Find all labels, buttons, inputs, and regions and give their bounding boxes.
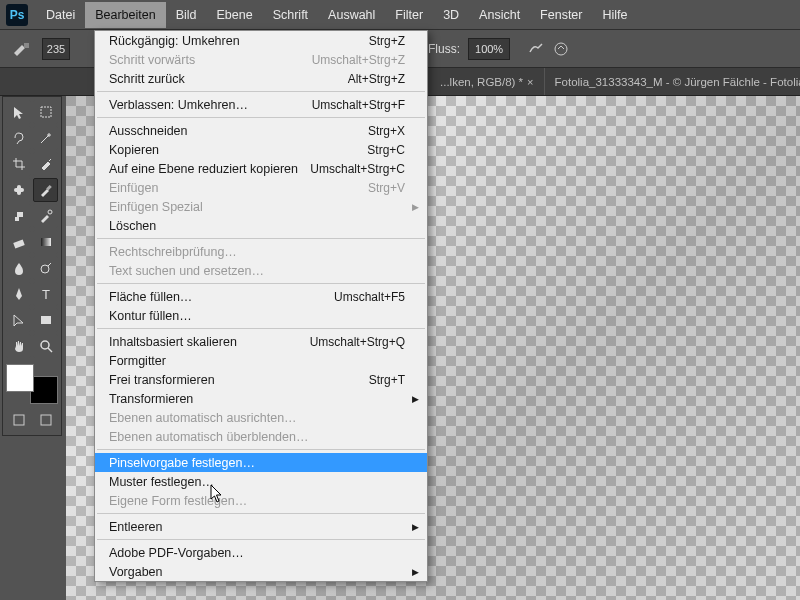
history-brush-tool[interactable] — [33, 204, 58, 228]
tool-preset-icon[interactable] — [8, 38, 36, 60]
menu-item-entleeren[interactable]: Entleeren — [95, 517, 427, 536]
move-tool[interactable] — [6, 100, 31, 124]
menu-item-muster-festlegen[interactable]: Muster festlegen… — [95, 472, 427, 491]
eyedropper-tool[interactable] — [33, 152, 58, 176]
screen-mode-icon[interactable] — [33, 408, 58, 432]
menu-item-label: Verblassen: Umkehren… — [109, 98, 312, 112]
menu-item-ausschneiden[interactable]: AusschneidenStrg+X — [95, 121, 427, 140]
menu-item-label: Muster festlegen… — [109, 475, 405, 489]
eraser-tool[interactable] — [6, 230, 31, 254]
svg-point-8 — [48, 210, 52, 214]
rectangle-tool[interactable] — [33, 308, 58, 332]
menu-item-ebenen-automatisch-ausrichten: Ebenen automatisch ausrichten… — [95, 408, 427, 427]
pen-tool[interactable] — [6, 282, 31, 306]
close-icon[interactable]: × — [527, 76, 533, 88]
menu-ebene[interactable]: Ebene — [207, 2, 263, 28]
brush-tool[interactable] — [33, 178, 58, 202]
menu-item-label: Inhaltsbasiert skalieren — [109, 335, 310, 349]
menu-item-auf-eine-ebene-reduziert-kopieren[interactable]: Auf eine Ebene reduziert kopierenUmschal… — [95, 159, 427, 178]
svg-rect-16 — [41, 415, 51, 425]
menu-item-ebenen-automatisch-berblenden: Ebenen automatisch überblenden… — [95, 427, 427, 446]
color-swatches[interactable] — [6, 364, 58, 404]
menu-3d[interactable]: 3D — [433, 2, 469, 28]
menu-item-kopieren[interactable]: KopierenStrg+C — [95, 140, 427, 159]
menu-item-shortcut: Umschalt+F5 — [334, 290, 405, 304]
menu-item-label: Schritt zurück — [109, 72, 348, 86]
dodge-tool[interactable] — [33, 256, 58, 280]
menu-bild[interactable]: Bild — [166, 2, 207, 28]
clone-tool[interactable] — [6, 204, 31, 228]
menu-item-inhaltsbasiert-skalieren[interactable]: Inhaltsbasiert skalierenUmschalt+Strg+Q — [95, 332, 427, 351]
menu-item-label: Pinselvorgabe festlegen… — [109, 456, 405, 470]
menu-item-adobe-pdf-vorgaben[interactable]: Adobe PDF-Vorgaben… — [95, 543, 427, 562]
foreground-color-swatch[interactable] — [6, 364, 34, 392]
menu-item-transformieren[interactable]: Transformieren — [95, 389, 427, 408]
menu-separator — [97, 91, 425, 92]
menu-separator — [97, 283, 425, 284]
type-tool[interactable]: T — [33, 282, 58, 306]
menu-item-label: Entleeren — [109, 520, 405, 534]
tablet-pressure-icon[interactable] — [552, 40, 570, 58]
menu-bearbeiten[interactable]: Bearbeiten — [85, 2, 165, 28]
document-tab-title: ...lken, RGB/8) * — [440, 76, 523, 88]
fluss-label: Fluss: — [426, 42, 462, 56]
svg-rect-6 — [17, 185, 21, 195]
gradient-tool[interactable] — [33, 230, 58, 254]
blur-tool[interactable] — [6, 256, 31, 280]
menu-item-schritt-zur-ck[interactable]: Schritt zurückAlt+Strg+Z — [95, 69, 427, 88]
zoom-tool[interactable] — [33, 334, 58, 358]
svg-rect-0 — [24, 43, 29, 48]
menu-item-verblassen-umkehren[interactable]: Verblassen: Umkehren…Umschalt+Strg+F — [95, 95, 427, 114]
menu-item-vorgaben[interactable]: Vorgaben — [95, 562, 427, 581]
menu-item-fl-che-f-llen[interactable]: Fläche füllen…Umschalt+F5 — [95, 287, 427, 306]
edit-menu-dropdown: Rückgängig: UmkehrenStrg+ZSchritt vorwär… — [94, 30, 428, 582]
path-select-tool[interactable] — [6, 308, 31, 332]
menu-hilfe[interactable]: Hilfe — [593, 2, 638, 28]
menu-item-kontur-f-llen[interactable]: Kontur füllen… — [95, 306, 427, 325]
menu-item-frei-transformieren[interactable]: Frei transformierenStrg+T — [95, 370, 427, 389]
menu-item-shortcut: Strg+X — [368, 124, 405, 138]
menu-filter[interactable]: Filter — [385, 2, 433, 28]
menu-item-label: Schritt vorwärts — [109, 53, 312, 67]
crop-tool[interactable] — [6, 152, 31, 176]
menu-item-label: Einfügen — [109, 181, 368, 195]
menu-item-label: Rechtschreibprüfung… — [109, 245, 405, 259]
menu-item-label: Auf eine Ebene reduziert kopieren — [109, 162, 310, 176]
menu-item-label: Löschen — [109, 219, 405, 233]
menu-item-rechtschreibpr-fung: Rechtschreibprüfung… — [95, 242, 427, 261]
menu-item-label: Kontur füllen… — [109, 309, 405, 323]
menu-fenster[interactable]: Fenster — [530, 2, 592, 28]
airbrush-toggle-icon[interactable] — [528, 40, 546, 58]
menu-auswahl[interactable]: Auswahl — [318, 2, 385, 28]
svg-rect-10 — [41, 238, 51, 246]
svg-rect-9 — [13, 239, 24, 248]
menu-item-shortcut: Strg+C — [367, 143, 405, 157]
svg-text:T: T — [42, 287, 50, 302]
document-tab[interactable]: ...lken, RGB/8) * × — [430, 68, 545, 95]
menu-item-einf-gen-spezial: Einfügen Spezial — [95, 197, 427, 216]
background-color-swatch[interactable] — [30, 376, 58, 404]
menu-item-pinselvorgabe-festlegen[interactable]: Pinselvorgabe festlegen… — [95, 453, 427, 472]
menu-ansicht[interactable]: Ansicht — [469, 2, 530, 28]
healing-tool[interactable] — [6, 178, 31, 202]
menu-item-r-ckg-ngig-umkehren[interactable]: Rückgängig: UmkehrenStrg+Z — [95, 31, 427, 50]
menu-schrift[interactable]: Schrift — [263, 2, 318, 28]
menu-item-label: Fläche füllen… — [109, 290, 334, 304]
brush-size-field[interactable]: 235 — [42, 38, 70, 60]
document-tab[interactable]: Fotolia_31333343_M - © Jürgen Fälchle - … — [545, 68, 800, 95]
hand-tool[interactable] — [6, 334, 31, 358]
menu-item-label: Eigene Form festlegen… — [109, 494, 405, 508]
fluss-value[interactable]: 100% — [468, 38, 510, 60]
menu-item-formgitter[interactable]: Formgitter — [95, 351, 427, 370]
menu-item-label: Kopieren — [109, 143, 367, 157]
menu-separator — [97, 117, 425, 118]
marquee-tool[interactable] — [33, 100, 58, 124]
tool-palette: T — [2, 96, 62, 436]
magic-wand-tool[interactable] — [33, 126, 58, 150]
menu-item-l-schen[interactable]: Löschen — [95, 216, 427, 235]
document-tab-title: Fotolia_31333343_M - © Jürgen Fälchle - … — [555, 76, 800, 88]
lasso-tool[interactable] — [6, 126, 31, 150]
menu-datei[interactable]: Datei — [36, 2, 85, 28]
quickmask-icon[interactable] — [6, 408, 31, 432]
menu-item-label: Adobe PDF-Vorgaben… — [109, 546, 405, 560]
